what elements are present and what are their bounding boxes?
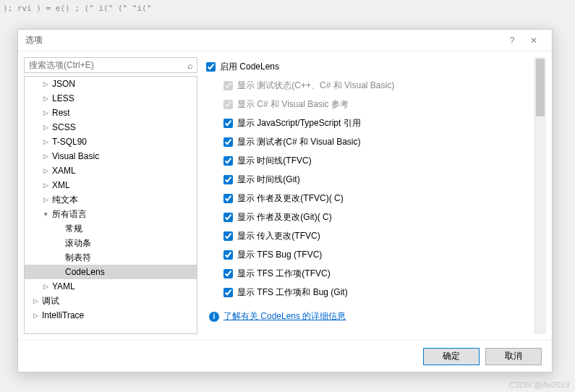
watermark: CSDN @ifw2019 — [509, 380, 569, 389]
ok-button[interactable]: 确定 — [423, 348, 480, 365]
tree-item-label: YAML — [51, 281, 75, 291]
options-tree[interactable]: ▷JSON▷LESS▷Rest▷SCSS▷T-SQL90▷Visual Basi… — [24, 76, 197, 334]
left-pane: ⌕ ▷JSON▷LESS▷Rest▷SCSS▷T-SQL90▷Visual Ba… — [24, 57, 197, 334]
enable-codelens-row[interactable]: 启用 CodeLens — [206, 57, 533, 76]
option-checkbox[interactable] — [223, 156, 233, 166]
tree-item-label: CodeLens — [64, 267, 105, 277]
option-row[interactable]: 显示 TFS Bug (TFVC) — [206, 245, 533, 264]
chevron-right-icon: ▷ — [41, 109, 51, 116]
dialog-body: ⌕ ▷JSON▷LESS▷Rest▷SCSS▷T-SQL90▷Visual Ba… — [18, 51, 552, 340]
tree-item[interactable]: ▷Visual Basic — [25, 149, 197, 163]
tree-item[interactable]: ▷XML — [25, 178, 197, 192]
option-label: 显示 TFS Bug (TFVC) — [237, 249, 322, 261]
tree-item[interactable]: ▷JSON — [25, 77, 197, 91]
option-label: 显示 JavaScript/TypeScript 引用 — [237, 117, 361, 129]
chevron-right-icon: ▷ — [41, 80, 51, 88]
tree-item[interactable]: ▷T-SQL90 — [25, 135, 197, 149]
option-row[interactable]: 显示 作者及更改(Git)( C) — [206, 208, 533, 226]
enable-codelens-checkbox[interactable] — [206, 62, 216, 72]
help-button[interactable]: ? — [501, 32, 523, 49]
option-label: 显示 时间线(Git) — [237, 174, 300, 186]
option-checkbox[interactable] — [223, 231, 233, 241]
tree-item[interactable]: ▷纯文本 — [25, 192, 197, 207]
option-checkbox[interactable] — [223, 194, 233, 203]
tree-item-label: XML — [51, 180, 70, 190]
tree-item-label: IntelliTrace — [41, 310, 84, 320]
option-row[interactable]: 显示 测试者(C# 和 Visual Basic) — [206, 132, 533, 151]
option-label: 显示 作者及更改(Git)( C) — [237, 211, 332, 223]
button-bar: 确定 取消 — [18, 340, 552, 372]
chevron-right-icon: ▷ — [30, 297, 41, 304]
chevron-right-icon: ▷ — [41, 182, 51, 189]
tree-item-label: Rest — [51, 108, 70, 118]
close-icon: ✕ — [530, 35, 537, 46]
search-input[interactable] — [24, 57, 197, 73]
background-code-hint: ); rvi ) = e() ; (" i(" (" "i(" — [0, 0, 154, 17]
chevron-right-icon: ▷ — [41, 95, 51, 102]
learn-more-link[interactable]: 了解有关 CodeLens 的详细信息 — [223, 310, 346, 323]
tree-item[interactable]: 制表符 — [25, 250, 197, 265]
option-row: 显示 测试状态(C++、C# 和 Visual Basic) — [206, 76, 533, 95]
options-dialog: 选项 ? ✕ ⌕ ▷JSON▷LESS▷Rest▷SCSS▷T-SQL90▷Vi… — [17, 29, 553, 372]
chevron-down-icon: ▾ — [41, 210, 51, 218]
right-pane: 启用 CodeLens 显示 测试状态(C++、C# 和 Visual Basi… — [206, 57, 546, 334]
tree-item[interactable]: ▷SCSS — [25, 120, 197, 135]
tree-item-label: 所有语言 — [51, 208, 87, 221]
option-checkbox[interactable] — [223, 119, 233, 128]
option-label: 显示 C# 和 Visual Basic 参考 — [237, 98, 349, 111]
option-row[interactable]: 显示 作者及更改(TFVC)( C) — [206, 189, 533, 208]
option-label: 显示 测试者(C# 和 Visual Basic) — [237, 136, 360, 148]
chevron-right-icon: ▷ — [41, 124, 51, 131]
option-label: 显示 TFS 工作项(TFVC) — [237, 268, 331, 280]
tree-item-label: SCSS — [51, 122, 76, 132]
tree-item[interactable]: 滚动条 — [25, 236, 197, 250]
option-checkbox — [223, 100, 233, 109]
titlebar: 选项 ? ✕ — [18, 30, 552, 51]
tree-item[interactable]: ▷LESS — [25, 91, 197, 106]
info-link-row: i 了解有关 CodeLens 的详细信息 — [206, 310, 533, 323]
tree-item-label: 纯文本 — [51, 194, 78, 206]
tree-item-label: T-SQL90 — [51, 137, 87, 147]
tree-item[interactable]: ▷Rest — [25, 106, 197, 120]
option-row[interactable]: 显示 TFS 工作项和 Bug (Git) — [206, 283, 533, 302]
option-checkbox[interactable] — [223, 269, 233, 278]
tree-item[interactable]: ▾所有语言 — [25, 207, 197, 221]
tree-item[interactable]: ▷YAML — [25, 279, 197, 294]
option-checkbox[interactable] — [223, 213, 233, 222]
option-label: 显示 测试状态(C++、C# 和 Visual Basic) — [237, 80, 394, 92]
tree-item-label: 滚动条 — [64, 237, 91, 250]
tree-item-label: LESS — [51, 93, 74, 103]
option-row[interactable]: 显示 时间线(TFVC) — [206, 151, 533, 170]
option-row[interactable]: 显示 时间线(Git) — [206, 170, 533, 189]
option-checkbox[interactable] — [223, 288, 233, 297]
tree-item-label: Visual Basic — [51, 151, 99, 161]
cancel-button[interactable]: 取消 — [485, 348, 542, 365]
option-row[interactable]: 显示 TFS 工作项(TFVC) — [206, 264, 533, 283]
chevron-right-icon: ▷ — [30, 312, 41, 319]
tree-item[interactable]: ▷XAML — [25, 163, 197, 178]
tree-item[interactable]: ▷调试 — [25, 294, 197, 308]
close-button[interactable]: ✕ — [523, 32, 545, 49]
tree-item-label: 制表符 — [64, 252, 91, 264]
tree-item[interactable]: ▷IntelliTrace — [25, 308, 197, 323]
tree-item[interactable]: CodeLens — [25, 265, 197, 279]
dialog-title: 选项 — [25, 34, 501, 46]
option-label: 显示 TFS 工作项和 Bug (Git) — [237, 286, 348, 299]
scrollbar-thumb[interactable] — [536, 59, 545, 116]
info-icon: i — [209, 312, 219, 322]
option-row: 显示 C# 和 Visual Basic 参考 — [206, 95, 533, 114]
option-row[interactable]: 显示 JavaScript/TypeScript 引用 — [206, 114, 533, 132]
option-checkbox[interactable] — [223, 250, 233, 260]
chevron-right-icon: ▷ — [41, 138, 51, 145]
chevron-right-icon: ▷ — [41, 283, 51, 290]
right-scrollbar[interactable] — [534, 57, 546, 334]
option-checkbox[interactable] — [223, 137, 233, 147]
tree-item-label: XAML — [51, 166, 76, 176]
option-checkbox[interactable] — [223, 175, 233, 184]
option-label: 显示 时间线(TFVC) — [237, 155, 312, 167]
chevron-right-icon: ▷ — [41, 167, 51, 174]
option-row[interactable]: 显示 传入更改(TFVC) — [206, 226, 533, 245]
tree-item-label: 调试 — [41, 295, 59, 307]
tree-item[interactable]: 常规 — [25, 221, 197, 236]
chevron-right-icon: ▷ — [41, 153, 51, 160]
